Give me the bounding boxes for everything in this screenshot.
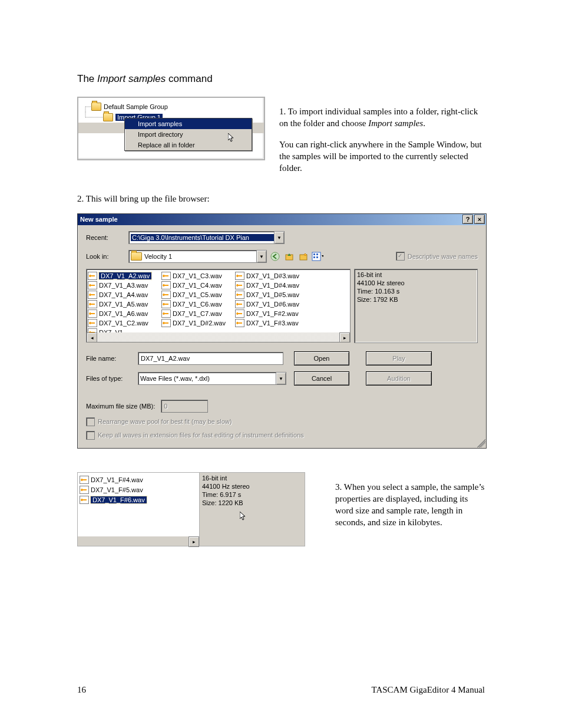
- cancel-button[interactable]: Cancel: [294, 371, 349, 386]
- file-item[interactable]: DX7_V1_F#2.wav: [235, 309, 309, 318]
- file-item[interactable]: DX7_V1_F#6.wav: [80, 495, 197, 505]
- wav-icon: [235, 281, 244, 289]
- filename-label: File name:: [86, 355, 138, 362]
- file-dialog: New sample ? × Recent: C:\Giga 3.0\Instr…: [77, 213, 487, 449]
- folder-open-icon: [131, 252, 142, 261]
- help-button[interactable]: ?: [462, 215, 473, 224]
- file-item[interactable]: DX7_V1_C4.wav: [161, 281, 235, 290]
- new-folder-icon[interactable]: [297, 251, 309, 262]
- horizontal-scrollbar[interactable]: ▸: [78, 536, 199, 546]
- file-info-panel: 16-bit int 44100 Hz stereo Time: 10.163 …: [354, 269, 478, 343]
- filetype-label: Files of type:: [86, 375, 138, 382]
- info-line: Size: 1220 KB: [202, 499, 302, 507]
- file-list-panel[interactable]: DX7_V1_F#4.wavDX7_V1_F#5.wavDX7_V1_F#6.w…: [77, 472, 200, 546]
- wav-icon: [88, 319, 97, 327]
- file-item[interactable]: DX7_V1_A4.wav: [88, 290, 161, 299]
- tree-screenshot: Default Sample Group Import Group 1 Impo…: [77, 97, 263, 166]
- maxsize-input: 0: [161, 400, 208, 413]
- file-item[interactable]: DX7_V1_A6.wav: [88, 309, 161, 318]
- file-item[interactable]: DX7_V1_A3.wav: [88, 281, 161, 290]
- svg-rect-9: [316, 253, 318, 255]
- lookin-combo[interactable]: Velocity 1: [128, 250, 267, 263]
- file-item[interactable]: DX7_V1_C3.wav: [161, 271, 235, 281]
- scroll-right-button[interactable]: ▸: [189, 536, 199, 547]
- chevron-down-icon[interactable]: [274, 232, 284, 243]
- file-item[interactable]: DX7_V1_D#4.wav: [235, 281, 309, 290]
- wav-icon: [80, 486, 89, 494]
- keep-ext-label: Keep all waves in extension files for fa…: [98, 431, 304, 439]
- info-line: Time: 10.163 s: [357, 287, 475, 295]
- up-folder-icon[interactable]: [283, 251, 295, 262]
- wav-icon: [88, 281, 97, 289]
- file-item[interactable]: DX7_V1_C6.wav: [161, 299, 235, 309]
- desc-names-label: Descriptive wave names: [408, 253, 478, 260]
- heading-em: Import samples: [97, 73, 166, 84]
- wav-icon: [235, 272, 244, 280]
- keep-ext-checkbox: [86, 431, 95, 440]
- svg-rect-11: [316, 256, 318, 258]
- file-item[interactable]: DX7_V1_D#5.wav: [235, 290, 309, 299]
- maxsize-label: Maximum file size (MB):: [86, 403, 155, 410]
- file-item[interactable]: DX7_V1_D#2.wav: [161, 318, 235, 328]
- close-button[interactable]: ×: [474, 215, 485, 224]
- info-line: 44100 Hz stereo: [357, 279, 475, 287]
- tree-item-label[interactable]: Default Sample Group: [104, 103, 168, 110]
- menu-item-import-samples[interactable]: Import samples: [125, 118, 252, 129]
- scroll-left-button[interactable]: ◂: [87, 332, 97, 342]
- lookin-value: Velocity 1: [144, 253, 256, 260]
- wav-icon: [88, 272, 97, 280]
- filetype-combo[interactable]: Wave Files (*.wav, *.dxl): [138, 372, 286, 385]
- resize-grip-icon[interactable]: [477, 439, 485, 447]
- wav-icon: [235, 291, 244, 299]
- file-item[interactable]: DX7_V1_F#4.wav: [80, 475, 197, 485]
- body-text: 1. To import individual samples into a f…: [279, 106, 485, 130]
- rearrange-checkbox: [86, 417, 95, 426]
- page-number: 16: [77, 685, 86, 695]
- cursor-icon: [228, 133, 237, 143]
- body-text: 2. This will bring up the file browser:: [77, 193, 485, 205]
- file-item[interactable]: DX7_V1_C2.wav: [88, 318, 161, 328]
- chevron-down-icon[interactable]: [256, 251, 266, 262]
- file-item[interactable]: DX7_V1_D#3.wav: [235, 271, 309, 281]
- chevron-down-icon[interactable]: [276, 373, 286, 384]
- view-menu-icon[interactable]: [312, 251, 323, 262]
- cursor-icon: [240, 512, 249, 521]
- info-line: Size: 1792 KB: [357, 295, 475, 304]
- file-item[interactable]: DX7_V1_A5.wav: [88, 299, 161, 309]
- info-line: 16-bit int: [357, 271, 475, 279]
- horizontal-scrollbar[interactable]: ◂ ▸: [87, 332, 350, 342]
- rearrange-label: Rearrange wave pool for best fit (may be…: [98, 418, 232, 425]
- scroll-right-button[interactable]: ▸: [339, 332, 350, 342]
- svg-rect-8: [313, 253, 315, 255]
- file-item[interactable]: DX7_V1_C7.wav: [161, 309, 235, 318]
- wav-icon: [161, 300, 171, 308]
- wav-icon: [161, 309, 171, 318]
- back-icon[interactable]: [269, 251, 281, 262]
- sample-properties-screenshot: DX7_V1_F#4.wavDX7_V1_F#5.wavDX7_V1_F#6.w…: [77, 472, 319, 546]
- body-text: You can right-click anywhere in the Samp…: [279, 139, 485, 174]
- wav-icon: [80, 496, 89, 504]
- file-item[interactable]: DX7_V1_F#5.wav: [80, 485, 197, 495]
- svg-rect-10: [313, 256, 315, 258]
- info-line: 44100 Hz stereo: [202, 482, 302, 490]
- wav-icon: [161, 291, 171, 299]
- wav-icon: [88, 309, 97, 318]
- file-item[interactable]: DX7_V1_C5.wav: [161, 290, 235, 299]
- svg-point-4: [271, 252, 279, 261]
- filetype-value: Wave Files (*.wav, *.dxl): [140, 375, 276, 382]
- info-line: Time: 6.917 s: [202, 490, 302, 499]
- text: .: [423, 118, 425, 128]
- filename-input[interactable]: DX7_V1_A2.wav: [138, 352, 283, 365]
- info-line: 16-bit int: [202, 474, 302, 482]
- heading-text: command: [166, 73, 212, 84]
- window-title: New sample: [80, 216, 118, 223]
- file-listing[interactable]: DX7_V1_A2.wavDX7_V1_A3.wavDX7_V1_A4.wavD…: [86, 269, 351, 342]
- recent-combo[interactable]: C:\Giga 3.0\Instruments\Tutorial DX Pian: [128, 231, 285, 244]
- wav-icon: [88, 300, 97, 308]
- section-heading: The Import samples command: [77, 73, 485, 85]
- file-item[interactable]: DX7_V1_A2.wav: [88, 271, 161, 281]
- file-item[interactable]: DX7_V1_D#6.wav: [235, 299, 309, 309]
- open-button[interactable]: Open: [294, 351, 349, 365]
- wav-icon: [161, 319, 171, 327]
- file-item[interactable]: DX7_V1_F#3.wav: [235, 318, 309, 328]
